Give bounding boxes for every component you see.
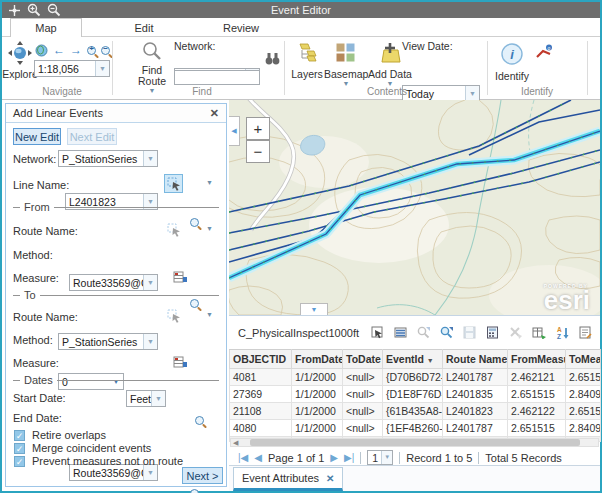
prevent-measures-checkbox[interactable]: ✓ bbox=[14, 456, 25, 467]
network-combo[interactable]: P_StationSeries ▼ bbox=[58, 150, 158, 167]
save-icon[interactable] bbox=[463, 326, 476, 339]
chevron-down-icon[interactable]: ▼ bbox=[206, 225, 213, 232]
scrollbar-thumb[interactable] bbox=[250, 439, 580, 446]
table-row[interactable]: 40811/1/2000 <null>{D70B6D72-3 L24017872… bbox=[230, 369, 601, 386]
chevron-down-icon[interactable]: ▼ bbox=[95, 61, 109, 76]
pan-to-selected-icon[interactable] bbox=[440, 326, 453, 339]
from-measure-zoom-icon[interactable] bbox=[195, 416, 204, 425]
table-toolbar: C_PhysicalInspect1000ft bbox=[229, 316, 600, 349]
table-row[interactable]: 273691/1/2000 <null>{D1E8F76D-F L2401835… bbox=[230, 386, 601, 403]
from-unit-combo[interactable]: Feet ▼ bbox=[126, 390, 166, 407]
ribbon-zoom-out-icon[interactable]: − bbox=[101, 46, 110, 55]
tab-review[interactable]: Review bbox=[210, 18, 272, 37]
scroll-left-icon[interactable]: ◀ bbox=[231, 439, 238, 447]
chevron-down-icon[interactable]: ▼ bbox=[206, 179, 213, 186]
zoom-to-selected-icon[interactable] bbox=[417, 326, 430, 339]
from-method-label: Method: bbox=[13, 249, 53, 261]
last-page-icon[interactable]: ▶| bbox=[344, 452, 354, 463]
first-page-icon[interactable]: |◀ bbox=[238, 452, 248, 463]
col-objectid[interactable]: OBJECTID bbox=[230, 350, 292, 369]
identify-group-label: Identify bbox=[487, 86, 587, 97]
table-row[interactable]: 211081/1/2000 <null>{61B435A8-3 L2401823… bbox=[230, 403, 601, 420]
svg-text:i: i bbox=[510, 47, 514, 62]
close-tab-icon[interactable]: ✕ bbox=[326, 473, 334, 484]
merge-coincident-checkbox[interactable]: ✓ bbox=[14, 443, 25, 454]
sort-icon[interactable]: A Z bbox=[556, 326, 569, 339]
chevron-down-icon[interactable]: ▼ bbox=[151, 391, 165, 406]
route-search-input[interactable] bbox=[174, 70, 260, 85]
panel-title: Add Linear Events bbox=[13, 107, 103, 119]
attribute-table: OBJECTID FromDate ToDate EventId ▼ Route… bbox=[229, 349, 601, 442]
map-zoom-in-button[interactable]: + bbox=[246, 117, 270, 140]
basemap-icon bbox=[335, 42, 357, 64]
show-selected-records-icon[interactable] bbox=[394, 326, 407, 339]
event-editor-window: Event Editor Map Edit Review Explore ← bbox=[0, 0, 602, 493]
add-record-icon[interactable] bbox=[532, 326, 546, 339]
explore-button[interactable] bbox=[7, 41, 33, 69]
delete-record-icon[interactable] bbox=[509, 326, 522, 339]
zoom-to-line-icon[interactable] bbox=[190, 218, 199, 227]
record-range-text: Record 1 to 5 bbox=[406, 452, 472, 464]
chevron-down-icon[interactable]: ▼ bbox=[381, 451, 392, 464]
chevron-down-icon[interactable]: ▼ bbox=[143, 334, 157, 349]
chevron-down-icon[interactable]: ▼ bbox=[465, 86, 479, 101]
identify-button[interactable]: i Identify bbox=[492, 42, 532, 82]
locate-measure-icon[interactable]: o bbox=[535, 44, 553, 60]
map-zoom-out-button[interactable]: − bbox=[246, 140, 270, 163]
next-page-icon[interactable]: ▶ bbox=[330, 452, 338, 463]
retire-overlaps-checkbox[interactable]: ✓ bbox=[14, 430, 25, 441]
scale-combo[interactable]: 1:18,056 ▼ bbox=[34, 60, 110, 77]
map-view[interactable]: POWERED BY esri bbox=[229, 100, 600, 315]
chevron-down-icon[interactable]: ▼ bbox=[143, 275, 157, 290]
chevron-down-icon[interactable]: ▼ bbox=[143, 465, 157, 480]
to-measure-picker-icon[interactable] bbox=[173, 355, 187, 369]
tab-edit[interactable]: Edit bbox=[118, 18, 170, 37]
collapse-panel-left-button[interactable]: ◀ bbox=[229, 116, 240, 146]
next-extent-icon[interactable]: → bbox=[70, 43, 82, 57]
attributes-window-icon[interactable] bbox=[579, 326, 592, 339]
total-records-text: Total 5 Records bbox=[485, 452, 561, 464]
col-tomeasure[interactable]: ToMea bbox=[566, 350, 601, 369]
from-measure-picker-icon[interactable] bbox=[173, 270, 187, 284]
next-edit-button[interactable]: Next Edit bbox=[67, 128, 117, 145]
horizontal-scrollbar[interactable]: ◀ bbox=[230, 438, 599, 447]
calculator-icon[interactable] bbox=[486, 326, 499, 339]
collapse-panel-down-button[interactable]: ▼ bbox=[300, 303, 328, 315]
chevron-down-icon[interactable]: ▼ bbox=[206, 311, 213, 318]
sort-desc-icon: ▼ bbox=[427, 357, 434, 364]
basemap-button[interactable]: Basemap ▼ bbox=[324, 42, 368, 87]
view-date-label: View Date: bbox=[402, 40, 453, 52]
select-to-route-on-map-button[interactable] bbox=[164, 306, 183, 325]
col-eventid[interactable]: EventId ▼ bbox=[383, 350, 443, 369]
binoculars-icon[interactable] bbox=[265, 52, 280, 65]
tab-map[interactable]: Map bbox=[10, 18, 82, 37]
ribbon-zoom-in-icon[interactable]: + bbox=[87, 46, 96, 55]
full-extent-icon[interactable] bbox=[35, 44, 48, 57]
select-line-on-map-button[interactable] bbox=[164, 174, 183, 193]
chevron-down-icon[interactable]: ▼ bbox=[143, 151, 157, 166]
select-records-icon[interactable] bbox=[371, 326, 384, 339]
col-frommeasure[interactable]: FromMeasure bbox=[508, 350, 566, 369]
previous-page-icon[interactable]: ◀ bbox=[254, 452, 262, 463]
table-row[interactable]: 40801/1/2000 <null>{1EF4B260-F L24017872… bbox=[230, 420, 601, 437]
select-from-route-on-map-button[interactable] bbox=[164, 220, 183, 239]
col-fromdate[interactable]: FromDate bbox=[292, 350, 343, 369]
from-method-combo[interactable]: P_StationSeries ▼ bbox=[58, 333, 158, 350]
col-routename[interactable]: Route Name bbox=[443, 350, 508, 369]
event-table-panel: C_PhysicalInspect1000ft bbox=[229, 315, 600, 465]
new-edit-button[interactable]: New Edit bbox=[13, 128, 61, 145]
line-name-field-label: Line Name: bbox=[13, 179, 69, 191]
tab-event-attributes[interactable]: Event Attributes ✕ bbox=[233, 467, 343, 491]
close-icon[interactable]: ✕ bbox=[210, 107, 219, 120]
network-field-label: Network: bbox=[13, 153, 56, 165]
network-label: Network: bbox=[174, 40, 215, 52]
add-data-icon bbox=[378, 42, 402, 64]
svg-text:Z: Z bbox=[557, 333, 561, 340]
end-date-label: End Date: bbox=[13, 412, 62, 424]
page-number-combo[interactable]: 1 ▼ bbox=[367, 450, 393, 465]
zoom-to-to-route-icon[interactable] bbox=[190, 489, 199, 493]
previous-extent-icon[interactable]: ← bbox=[53, 43, 65, 57]
next-button[interactable]: Next > bbox=[182, 467, 223, 484]
col-todate[interactable]: ToDate bbox=[343, 350, 383, 369]
layers-button[interactable]: Layers bbox=[290, 42, 324, 80]
